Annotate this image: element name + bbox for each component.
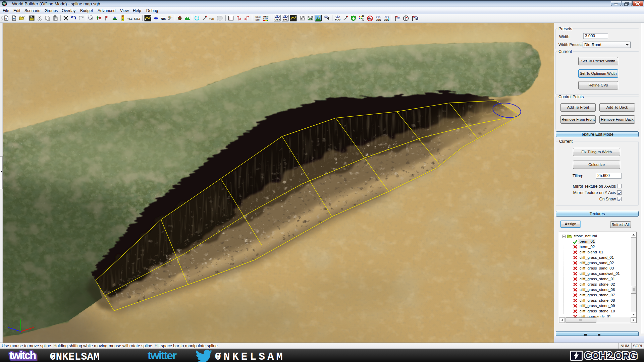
svg-text:FOG: FOG xyxy=(335,18,340,21)
svg-text:STAT: STAT xyxy=(263,18,268,20)
svg-text:S: S xyxy=(5,17,7,20)
svg-text:ABC: ABC xyxy=(416,18,419,20)
svg-text:twitter: twitter xyxy=(148,350,177,362)
svg-text:COH2.ORG: COH2.ORG xyxy=(584,350,637,362)
svg-text:twitch: twitch xyxy=(9,349,36,361)
svg-text:LOS: LOS xyxy=(376,18,381,21)
svg-text:MEM: MEM xyxy=(263,15,268,18)
svg-text:SPL: SPL xyxy=(283,18,288,21)
svg-text:M: M xyxy=(13,17,15,20)
svg-text:OBJ: OBJ xyxy=(274,18,280,21)
